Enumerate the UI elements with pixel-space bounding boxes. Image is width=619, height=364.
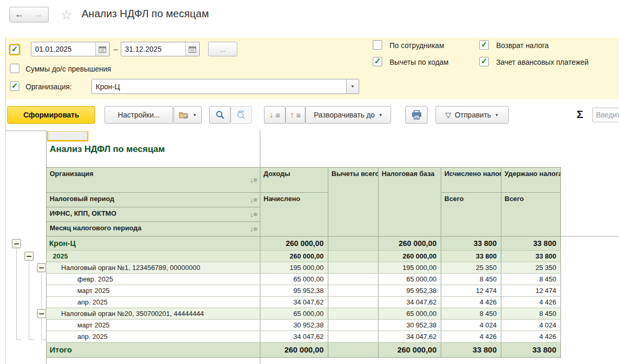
value-cell[interactable]: 260 000,00: [379, 236, 441, 250]
organization-label[interactable]: Организация:: [26, 83, 72, 91]
value-cell[interactable]: 8 450: [501, 273, 561, 285]
header-incomes-sub[interactable]: Начислено: [260, 192, 328, 236]
header-withheld[interactable]: Удержано налога: [501, 167, 561, 192]
value-cell[interactable]: 260 000,00: [379, 250, 441, 262]
print-button[interactable]: [405, 106, 428, 124]
row-label[interactable]: Итого: [47, 342, 260, 357]
send-button[interactable]: ▽ Отправить ▼: [435, 106, 509, 124]
value-cell[interactable]: 33 800: [441, 236, 501, 250]
value-cell[interactable]: 4 024: [501, 319, 561, 331]
value-cell[interactable]: 12 474: [501, 285, 561, 296]
row-label[interactable]: Налоговый орган №20, 350700201, 44444444: [47, 308, 260, 319]
header-calculated[interactable]: Исчислено налога: [441, 167, 501, 192]
header-organization[interactable]: Организация ↓≡: [47, 167, 260, 192]
row-label[interactable]: Крон-Ц: [47, 236, 260, 250]
header-taxbase[interactable]: Налоговая база: [379, 167, 441, 236]
row-label[interactable]: Налоговый орган №1, 123456789, 00000000: [47, 262, 260, 273]
by-employees-checkbox[interactable]: ✓: [373, 40, 382, 50]
value-cell[interactable]: 4 426: [441, 296, 501, 308]
row-label[interactable]: апр. 2025: [47, 296, 260, 308]
value-cell[interactable]: 65 000,00: [379, 273, 441, 285]
sort-icon[interactable]: ↓≡: [250, 210, 257, 218]
period-from-calendar-button[interactable]: [95, 42, 109, 56]
search-button[interactable]: [209, 106, 231, 124]
value-cell[interactable]: 34 047,62: [379, 296, 441, 308]
value-cell[interactable]: 30 952,38: [379, 319, 441, 331]
deduction-codes-label[interactable]: Вычеты по кодам: [389, 58, 449, 66]
header-month[interactable]: Месяц налогового периода ↓≡: [47, 221, 260, 236]
value-cell[interactable]: 34 047,62: [260, 296, 328, 308]
sort-icon[interactable]: ↓≡: [250, 196, 257, 204]
value-cell[interactable]: 65 000,00: [260, 273, 328, 285]
sums-checkbox[interactable]: ✓: [10, 64, 19, 73]
value-cell[interactable]: 195 000,00: [260, 262, 328, 273]
value-cell[interactable]: 95 952,38: [379, 285, 441, 296]
header-withheld-sub[interactable]: Всего: [501, 192, 561, 236]
value-cell[interactable]: 25 350: [441, 262, 501, 273]
header-ifns[interactable]: ИФНС, КПП, ОКТМО ↓≡: [47, 207, 260, 221]
value-cell[interactable]: 65 000,00: [260, 308, 328, 319]
organization-dropdown-button[interactable]: ▼: [346, 79, 359, 93]
collapse-group-button-ifns1[interactable]: [37, 263, 46, 272]
report-variants-button[interactable]: ▼: [174, 106, 202, 124]
header-calculated-sub[interactable]: Всего: [441, 192, 501, 236]
value-cell[interactable]: [328, 273, 379, 285]
value-cell[interactable]: 195 000,00: [379, 262, 441, 273]
value-cell[interactable]: [328, 285, 379, 296]
collapse-all-button[interactable]: ↑ ≡: [285, 106, 305, 124]
organization-checkbox[interactable]: ✓: [10, 81, 19, 91]
value-cell[interactable]: [328, 319, 379, 331]
period-to-input[interactable]: [121, 42, 185, 56]
sort-icon[interactable]: ↓≡: [250, 225, 257, 233]
advance-offset-label[interactable]: Зачет авансовых платежей: [496, 58, 589, 66]
value-cell[interactable]: 25 350: [501, 262, 561, 273]
by-employees-label[interactable]: По сотрудникам: [389, 41, 444, 50]
settings-button[interactable]: Настройки...: [105, 106, 173, 124]
favorite-star-icon[interactable]: ☆: [61, 7, 72, 22]
back-button[interactable]: ←: [9, 7, 29, 22]
period-more-button[interactable]: ...: [208, 42, 237, 56]
value-cell[interactable]: [328, 342, 379, 357]
selected-cell[interactable]: [47, 131, 88, 142]
advance-offset-checkbox[interactable]: ✓: [479, 57, 489, 66]
header-deductions[interactable]: Вычеты всего: [328, 167, 379, 236]
period-to-calendar-button[interactable]: [185, 42, 199, 56]
value-cell[interactable]: [328, 250, 379, 262]
tax-refund-checkbox[interactable]: ✓: [479, 40, 489, 50]
value-cell[interactable]: 4 024: [441, 319, 501, 331]
collapse-group-button-year[interactable]: [25, 252, 33, 261]
deduction-codes-checkbox[interactable]: ✓: [373, 57, 382, 66]
row-label[interactable]: март 2025: [47, 285, 260, 296]
row-label[interactable]: апр. 2025: [47, 331, 260, 342]
value-cell[interactable]: 30 952,38: [260, 319, 328, 331]
organization-input[interactable]: [92, 79, 346, 93]
period-from-input[interactable]: [31, 42, 95, 56]
value-cell[interactable]: 33 800: [441, 250, 501, 262]
row-label[interactable]: февр. 2025: [47, 273, 260, 285]
value-cell[interactable]: 34 047,62: [260, 331, 328, 342]
value-cell[interactable]: 260 000,00: [379, 342, 441, 357]
collapse-group-button-ifns20[interactable]: [37, 309, 46, 318]
value-cell[interactable]: [328, 331, 379, 342]
value-cell[interactable]: 33 800: [501, 250, 561, 262]
value-cell[interactable]: 8 450: [501, 308, 561, 319]
value-cell[interactable]: [328, 262, 379, 273]
autosum-icon[interactable]: Σ: [577, 108, 583, 121]
row-label[interactable]: 2025: [47, 250, 260, 262]
forward-button[interactable]: →: [29, 7, 49, 22]
value-cell[interactable]: 4 426: [501, 296, 561, 308]
value-cell[interactable]: 95 952,38: [260, 285, 328, 296]
quick-search-input[interactable]: [592, 108, 619, 122]
value-cell[interactable]: 65 000,00: [379, 308, 441, 319]
value-cell[interactable]: 260 000,00: [260, 236, 328, 250]
sums-checkbox-label[interactable]: Суммы до/с превышения: [26, 65, 111, 73]
value-cell[interactable]: [328, 236, 379, 250]
sort-icon[interactable]: ↓≡: [250, 176, 257, 184]
value-cell[interactable]: [328, 308, 379, 319]
search-next-button[interactable]: [231, 106, 252, 124]
period-checkbox[interactable]: ✓: [10, 45, 19, 54]
value-cell[interactable]: 4 426: [501, 331, 561, 342]
value-cell[interactable]: 4 426: [441, 331, 501, 342]
header-incomes[interactable]: Доходы: [260, 167, 328, 192]
expand-all-button[interactable]: ↓ ≡: [264, 106, 285, 124]
